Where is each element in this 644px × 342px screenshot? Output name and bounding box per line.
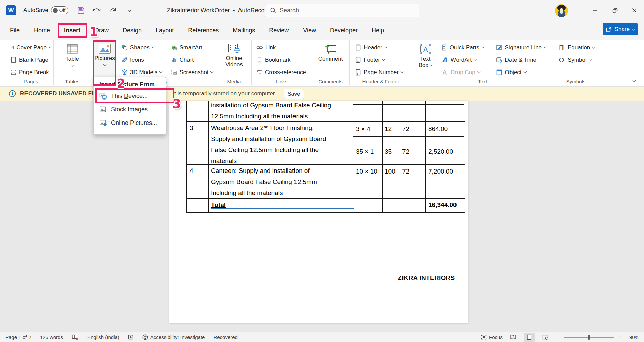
- menu-item-label: Stock Images...: [111, 106, 153, 113]
- footer-button[interactable]: Footer: [353, 54, 412, 66]
- menu-item-this-device[interactable]: This Device... 3: [94, 89, 166, 103]
- icons-button[interactable]: Icons: [119, 54, 169, 66]
- search-input[interactable]: [280, 7, 400, 14]
- zoom-in-button[interactable]: +: [619, 334, 623, 341]
- page-number-button[interactable]: # Page Number: [353, 66, 412, 79]
- undo-button[interactable]: [92, 5, 103, 16]
- table-border: [186, 101, 187, 212]
- status-bar: Page 1 of 2 125 words English (India): [0, 332, 644, 342]
- bookmark-label: Bookmark: [265, 57, 291, 63]
- recovered-status[interactable]: Recovered: [213, 334, 238, 340]
- date-time-button[interactable]: Date & Time: [494, 54, 553, 66]
- zoom-slider-thumb[interactable]: [588, 335, 590, 340]
- focus-mode-button[interactable]: Focus: [481, 334, 503, 340]
- accessibility-status[interactable]: Accessibility: Investigate: [142, 334, 205, 340]
- tab-home[interactable]: Home: [30, 25, 54, 36]
- document-title[interactable]: ZikraInterior.WorkOrder - AutoRecov...: [167, 7, 277, 14]
- zoom-slider[interactable]: [564, 333, 614, 342]
- object-label: Object: [505, 69, 521, 76]
- text-box-button[interactable]: A Text Box: [415, 41, 436, 78]
- avatar-phone: [560, 8, 563, 14]
- pictures-label: Pictures: [94, 55, 115, 62]
- tab-mailings[interactable]: Mailings: [229, 25, 259, 36]
- tab-review[interactable]: Review: [265, 25, 293, 36]
- chevron-down-icon: [71, 64, 74, 67]
- wordart-button[interactable]: A WordArt: [439, 54, 494, 66]
- page-break-button[interactable]: Page Break: [8, 66, 53, 79]
- header-label: Header: [364, 44, 382, 51]
- company-name: ZIKRA INTERIORS: [398, 274, 455, 282]
- text-box-label-2: Box: [419, 62, 432, 69]
- macro-button[interactable]: [128, 335, 133, 340]
- chart-button[interactable]: Chart: [169, 54, 217, 66]
- print-layout-button[interactable]: [524, 333, 535, 342]
- smartart-button[interactable]: SmartArt: [169, 41, 217, 54]
- tab-view[interactable]: View: [299, 25, 320, 36]
- table-border: [353, 104, 464, 105]
- link-button[interactable]: Link: [254, 41, 312, 54]
- chevron-down-icon: [151, 45, 155, 49]
- menu-item-stock-images[interactable]: Stock Images...: [94, 103, 166, 116]
- document-page[interactable]: installation of Gypsum Board False Ceili…: [169, 101, 468, 323]
- autosave-control[interactable]: AutoSave Off: [23, 6, 68, 14]
- equation-button[interactable]: Π Equation: [556, 41, 598, 54]
- screenshot-button[interactable]: Screenshot: [169, 66, 217, 79]
- drop-cap-label: Drop Cap: [451, 69, 475, 76]
- customize-qat-button[interactable]: [124, 5, 135, 16]
- tab-insert[interactable]: Insert 1: [60, 25, 85, 36]
- header-button[interactable]: Header: [353, 41, 412, 54]
- tab-layout[interactable]: Layout: [152, 25, 178, 36]
- signature-line-button[interactable]: Signature Line: [494, 41, 553, 54]
- recovered-file-text: RECOVERED UNSAVED FIL: [20, 90, 97, 97]
- restore-button[interactable]: [605, 0, 625, 21]
- zoom-out-button[interactable]: −: [556, 334, 559, 341]
- object-button[interactable]: Object: [494, 66, 553, 79]
- table-border: [353, 101, 353, 212]
- user-avatar[interactable]: [555, 4, 568, 17]
- table-button[interactable]: Table: [62, 41, 83, 78]
- page-indicator[interactable]: Page 1 of 2: [5, 334, 31, 340]
- table-icon: [66, 43, 78, 55]
- minimize-button[interactable]: [586, 0, 605, 21]
- desc-line: Gypsum Board False Ceiling 12.5mm: [211, 176, 317, 187]
- tab-references[interactable]: References: [184, 25, 223, 36]
- blank-page-button[interactable]: Blank Page: [8, 54, 53, 66]
- proofing-status[interactable]: [72, 334, 78, 340]
- collapse-ribbon-icon[interactable]: [633, 79, 636, 82]
- tab-design[interactable]: Design: [119, 25, 146, 36]
- tab-developer[interactable]: Developer: [326, 25, 362, 36]
- table-border: [399, 101, 399, 212]
- symbol-button[interactable]: Ω Symbol: [556, 54, 598, 66]
- search-box[interactable]: [265, 4, 419, 17]
- bookmark-button[interactable]: Bookmark: [254, 54, 312, 66]
- word-count[interactable]: 125 words: [40, 334, 63, 340]
- quick-parts-button[interactable]: Quick Parts: [439, 41, 494, 54]
- cover-page-button[interactable]: Cover Page: [8, 41, 53, 54]
- menu-item-online-pictures[interactable]: Online Pictures...: [94, 116, 166, 130]
- online-videos-button[interactable]: Online Videos: [221, 41, 248, 78]
- share-button[interactable]: Share: [603, 23, 638, 35]
- autosave-toggle[interactable]: Off: [51, 6, 68, 14]
- desc-line: Canteen: Supply and installation of: [211, 165, 317, 176]
- symbol-label: Symbol: [568, 57, 587, 63]
- save-recovered-button[interactable]: Save: [284, 89, 304, 99]
- web-layout-button[interactable]: [540, 333, 551, 342]
- tab-help[interactable]: Help: [368, 25, 388, 36]
- comment-button[interactable]: Comment: [316, 41, 345, 78]
- recovered-file-link[interactable]: t is temporarily stored on your computer…: [174, 90, 276, 97]
- group-media: Online Videos Media: [217, 40, 252, 85]
- save-button[interactable]: [76, 5, 87, 16]
- shapes-button[interactable]: Shapes: [119, 41, 169, 54]
- pictures-button[interactable]: Pictures: [94, 41, 115, 78]
- zoom-percentage[interactable]: 90%: [627, 334, 639, 340]
- read-mode-button[interactable]: [507, 333, 519, 342]
- undo-icon: [92, 7, 102, 14]
- group-label-links: Links: [252, 79, 312, 84]
- print-layout-icon: [527, 334, 532, 340]
- tab-file[interactable]: File: [6, 25, 24, 36]
- redo-button[interactable]: [108, 5, 119, 16]
- close-button[interactable]: [625, 0, 644, 21]
- cross-reference-button[interactable]: Cross-reference: [254, 66, 312, 79]
- language-indicator[interactable]: English (India): [87, 334, 119, 340]
- table-cell-rate: 72: [402, 166, 409, 177]
